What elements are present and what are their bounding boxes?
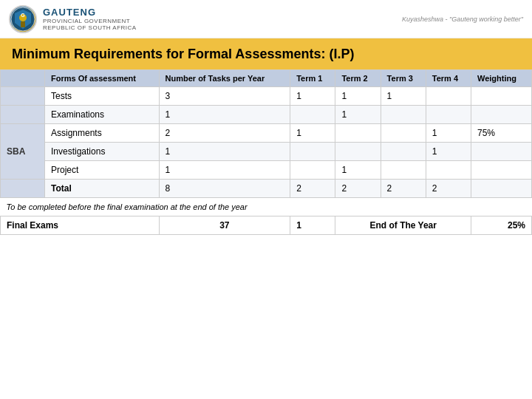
row-label-cell: [1, 180, 45, 198]
note-cell: To be completed before the final examina…: [1, 198, 532, 216]
main-content: Forms Of assessment Number of Tasks per …: [0, 69, 532, 235]
term1-cell: [290, 106, 335, 124]
form-cell: Project: [45, 161, 160, 180]
term3-cell: [381, 143, 426, 161]
weight-cell: [471, 143, 532, 161]
logo-icon: G: [9, 5, 37, 33]
top-bar: G GAUTENG PROVINCIAL GOVERNMENT REPUBLIC…: [0, 0, 532, 38]
form-cell: Investigations: [45, 143, 160, 161]
row-label-cell: [1, 106, 45, 124]
form-cell: Tests: [45, 87, 160, 106]
col-header-weight: Weighting: [471, 70, 532, 87]
col-header-term1: Term 1: [290, 70, 335, 87]
table-row: Investigations11: [1, 143, 532, 161]
term3-cell: [381, 161, 426, 180]
table-row: Examinations11: [1, 106, 532, 124]
weight-cell: [471, 87, 532, 106]
row-label-cell: SBA: [1, 124, 45, 180]
term4-cell: [426, 87, 471, 106]
col-header-tasks: Number of Tasks per Year: [159, 70, 290, 87]
form-cell: Examinations: [45, 106, 160, 124]
term4-cell: 1: [426, 143, 471, 161]
tasks-cell: 2: [159, 124, 290, 143]
term4-cell: 1: [426, 124, 471, 143]
final-tasks-cell: 37: [159, 216, 290, 235]
term3-cell: [381, 124, 426, 143]
table-row: Tests3111: [1, 87, 532, 106]
row-label-cell: [1, 87, 45, 106]
term1-cell: [290, 143, 335, 161]
org-name: GAUTENG: [43, 7, 137, 18]
col-header-term2: Term 2: [335, 70, 381, 87]
svg-rect-3: [21, 21, 25, 27]
page-title: Minimum Requirements for Formal Assessme…: [0, 38, 532, 69]
term2-cell: [335, 124, 381, 143]
logo-area: G GAUTENG PROVINCIAL GOVERNMENT REPUBLIC…: [9, 5, 137, 33]
term1-cell: 1: [290, 87, 335, 106]
org-country: REPUBLIC OF SOUTH AFRICA: [43, 24, 137, 31]
org-subtitle: PROVINCIAL GOVERNMENT: [43, 18, 137, 24]
col-header-term4: Term 4: [426, 70, 471, 87]
col-header-forms: Forms Of assessment: [45, 70, 160, 87]
tasks-cell: 3: [159, 87, 290, 106]
weight-cell: [471, 106, 532, 124]
assessment-table: Forms Of assessment Number of Tasks per …: [0, 69, 532, 235]
table-row: Project11: [1, 161, 532, 180]
tasks-cell: 8: [159, 180, 290, 198]
col-header-label: [1, 70, 45, 87]
note-row: To be completed before the final examina…: [1, 198, 532, 216]
weight-cell: [471, 161, 532, 180]
term4-cell: 2: [426, 180, 471, 198]
tagline: Kuyasheshwa - "Gauteng working better": [402, 16, 523, 23]
term2-cell: 1: [335, 106, 381, 124]
term2-cell: 2: [335, 180, 381, 198]
col-header-term3: Term 3: [381, 70, 426, 87]
tasks-cell: 1: [159, 106, 290, 124]
weight-cell: [471, 180, 532, 198]
form-cell: Total: [45, 180, 160, 198]
final-t1-cell: 1: [290, 216, 335, 235]
term3-cell: 1: [381, 87, 426, 106]
svg-text:G: G: [21, 13, 25, 18]
tasks-cell: 1: [159, 143, 290, 161]
tasks-cell: 1: [159, 161, 290, 180]
title-text: Minimum Requirements for Formal Assessme…: [12, 47, 354, 62]
final-label-cell: Final Exams: [1, 216, 160, 235]
final-exams-row: Final Exams371End of The Year25%: [1, 216, 532, 235]
term4-cell: [426, 161, 471, 180]
term1-cell: 1: [290, 124, 335, 143]
term3-cell: [381, 106, 426, 124]
final-end-of-year-cell: End of The Year: [335, 216, 471, 235]
table-header-row: Forms Of assessment Number of Tasks per …: [1, 70, 532, 87]
term2-cell: 1: [335, 161, 381, 180]
term3-cell: 2: [381, 180, 426, 198]
table-row: SBAAssignments21175%: [1, 124, 532, 143]
term2-cell: 1: [335, 87, 381, 106]
form-cell: Assignments: [45, 124, 160, 143]
term1-cell: 2: [290, 180, 335, 198]
weight-cell: 75%: [471, 124, 532, 143]
term1-cell: [290, 161, 335, 180]
term4-cell: [426, 106, 471, 124]
table-row: Total82222: [1, 180, 532, 198]
final-weight-cell: 25%: [471, 216, 532, 235]
org-text: GAUTENG PROVINCIAL GOVERNMENT REPUBLIC O…: [43, 7, 137, 31]
term2-cell: [335, 143, 381, 161]
